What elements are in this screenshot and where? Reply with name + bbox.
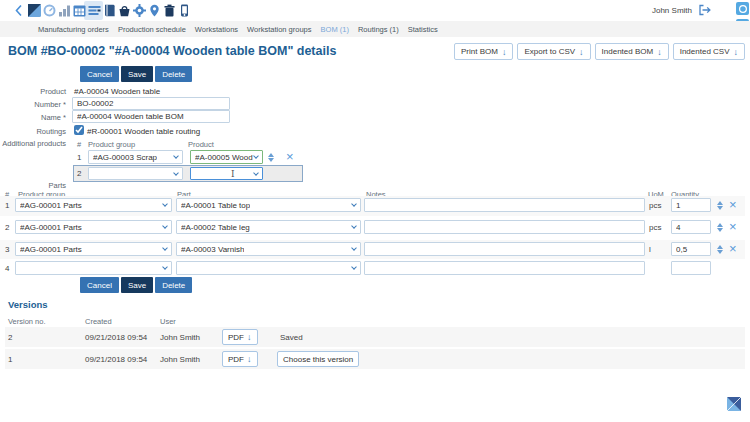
help-button[interactable] [736,2,749,15]
part-qty-field[interactable] [671,220,711,234]
version-created: 09/21/2018 09:54 [85,333,147,342]
version-no: 1 [8,355,12,364]
addl-product-select-empty[interactable] [190,167,263,180]
chevron-down-icon [253,170,259,176]
schedule-list-icon [88,4,101,17]
location-button[interactable] [147,3,162,18]
download-icon: ↓ [502,47,507,57]
part-row-num: 1 [5,201,9,210]
chevron-down-icon [253,153,259,159]
routing-checkbox[interactable] [74,125,84,135]
part-notes-field[interactable] [364,220,645,234]
form-buttons-bottom: Cancel Save Delete [80,277,192,293]
number-field[interactable] [72,97,230,110]
book-button[interactable] [102,3,117,18]
production-schedule-button[interactable] [87,3,102,18]
addl-group-select[interactable]: #AG-00003 Scrap [88,150,183,164]
user-name: John Smith [652,6,692,15]
delete-button[interactable]: Delete [155,277,192,293]
product-value: #A-00004 Wooden table [74,87,160,96]
logout-button[interactable] [698,4,712,16]
save-button[interactable]: Save [121,66,153,82]
cancel-button[interactable]: Cancel [80,66,119,82]
row-delete-icon[interactable]: × [286,151,294,162]
version-pdf-button[interactable]: PDF↓ [222,351,258,367]
versions-header-created: Created [85,317,112,326]
routings-label: Routings [0,127,66,136]
part-qty-field[interactable] [671,198,711,212]
dashboard-button[interactable] [27,3,42,18]
bar-chart-icon [58,4,71,17]
version-pdf-button[interactable]: PDF↓ [222,329,258,345]
basket-button[interactable] [117,3,132,18]
chevron-down-icon [351,264,357,270]
calendar-button[interactable] [72,3,87,18]
gauge-button[interactable] [42,3,57,18]
part-select[interactable]: #A-00003 Varnish [176,242,361,256]
chevron-down-icon [162,245,168,251]
number-label: Number * [0,100,66,109]
mobile-button[interactable] [177,3,192,18]
gauge-icon [43,4,56,17]
part-qty-field[interactable] [671,261,711,275]
indented-bom-button[interactable]: Indented BOM↓ [595,43,669,60]
part-notes-field[interactable] [364,261,645,275]
part-uom: l [649,245,651,254]
part-notes-field[interactable] [364,242,645,256]
calendar-icon [73,4,86,17]
part-row-num: 3 [5,245,9,254]
part-select[interactable]: #A-00002 Table leg [176,220,361,234]
part-qty-field[interactable] [671,242,711,256]
versions-header-no: Version no. [8,317,46,326]
save-button[interactable]: Save [121,277,153,293]
chevron-down-icon [351,245,357,251]
row-sort-handle[interactable] [268,153,274,162]
delete-button[interactable]: Delete [155,66,192,82]
part-row-num: 4 [5,264,9,273]
routing-value: #R-00001 Wooden table routing [87,127,200,136]
parts-label: Parts [0,181,66,190]
chevron-down-icon [162,223,168,229]
nav-workstation-groups[interactable]: Workstation groups [247,25,311,34]
print-bom-button[interactable]: Print BOM↓ [454,43,513,60]
nav-bom[interactable]: BOM (1) [321,25,349,34]
row-delete-icon[interactable]: × [729,243,737,254]
part-row-num: 2 [5,223,9,232]
part-group-select-empty[interactable] [15,261,172,275]
part-select-empty[interactable] [176,261,361,275]
cancel-button[interactable]: Cancel [80,277,119,293]
chevron-down-icon [162,201,168,207]
export-csv-button[interactable]: Export to CSV↓ [517,43,590,60]
back-button[interactable] [11,3,26,18]
phone-icon [178,4,191,17]
gear-icon [133,4,146,17]
row-delete-icon[interactable]: × [729,221,737,232]
trash-button[interactable] [162,3,177,18]
nav-statistics[interactable]: Statistics [408,25,438,34]
download-icon: ↓ [579,47,584,57]
part-select[interactable]: #A-00001 Table top [176,198,361,212]
name-field[interactable] [72,110,230,123]
nav-routings[interactable]: Routings (1) [358,25,399,34]
addl-header-product: Product [188,140,214,149]
top-toolbar: John Smith [0,0,750,21]
nav-workstations[interactable]: Workstations [195,25,238,34]
row-sort-handle[interactable] [717,223,723,232]
row-sort-handle[interactable] [717,245,723,254]
choose-version-button[interactable]: Choose this version [277,351,359,367]
part-group-select[interactable]: #AG-00001 Parts [15,198,172,212]
addl-group-select-empty[interactable] [88,167,183,180]
main-nav: Manufacturing orders Production schedule… [0,21,750,37]
settings-button[interactable] [132,3,147,18]
part-group-select[interactable]: #AG-00001 Parts [15,242,172,256]
row-delete-icon[interactable]: × [729,199,737,210]
chart-button[interactable] [57,3,72,18]
row-sort-handle[interactable] [717,201,723,210]
chevron-down-icon [173,170,179,176]
part-group-select[interactable]: #AG-00001 Parts [15,220,172,234]
nav-production-schedule[interactable]: Production schedule [118,25,186,34]
part-notes-field[interactable] [364,198,645,212]
nav-manufacturing-orders[interactable]: Manufacturing orders [38,25,109,34]
indented-csv-button[interactable]: Indented CSV↓ [673,43,745,60]
addl-product-select[interactable]: #A-00005 Wood scrap [190,150,263,164]
